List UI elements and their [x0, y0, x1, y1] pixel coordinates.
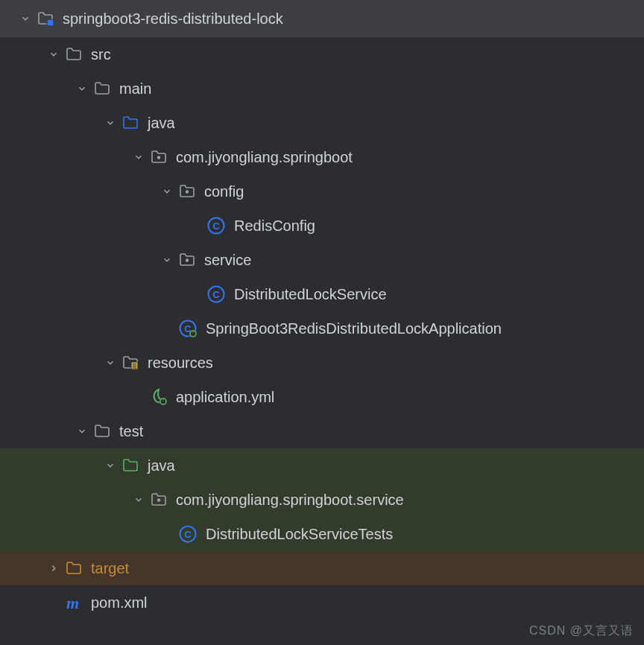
svg-rect-0 [47, 19, 54, 26]
tree-row-root[interactable]: springboot3-redis-distributed-lock [0, 0, 644, 37]
tree-label: java [148, 448, 175, 483]
project-tree: springboot3-redis-distributed-lock srcma… [0, 0, 644, 620]
class-icon: C [177, 524, 198, 544]
folder-icon [92, 79, 112, 98]
tree-row[interactable]: CDistributedLockService [0, 277, 644, 311]
chevron-down-icon[interactable] [100, 118, 121, 128]
tree-label: springboot3-redis-distributed-lock [63, 1, 283, 36]
tree-row[interactable]: com.jiyongliang.springboot.service [0, 483, 644, 517]
tree-label: DistributedLockService [234, 277, 387, 311]
spring-config-icon [149, 387, 168, 407]
tree-row[interactable]: CRedisConfig [0, 209, 644, 243]
tree-row[interactable]: java [0, 448, 644, 483]
class-icon: C [206, 215, 227, 236]
tree-row[interactable]: target [0, 551, 644, 585]
folder-orange-icon [64, 559, 83, 578]
tree-label: service [204, 243, 251, 277]
tree-label: main [119, 72, 151, 106]
maven-icon: m [64, 593, 83, 612]
class-runnable-icon: C [177, 318, 198, 339]
tree-row[interactable]: CDistributedLockServiceTests [0, 517, 644, 551]
tree-label: resources [148, 346, 213, 380]
folder-icon [64, 45, 83, 64]
chevron-down-icon[interactable] [15, 13, 36, 24]
chevron-down-icon[interactable] [157, 186, 177, 197]
module-folder-icon [36, 9, 55, 28]
tree-row[interactable]: CSpringBoot3RedisDistributedLockApplicat… [0, 311, 644, 346]
folder-resources-icon [121, 353, 140, 372]
svg-point-20 [157, 498, 160, 501]
svg-text:C: C [212, 289, 220, 300]
chevron-right-icon[interactable] [43, 563, 64, 573]
class-icon: C [206, 284, 227, 305]
svg-point-1 [157, 156, 160, 159]
folder-icon [92, 422, 112, 441]
tree-label: SpringBoot3RedisDistributedLockApplicati… [206, 311, 502, 346]
tree-row[interactable]: src [0, 37, 644, 72]
svg-point-5 [186, 258, 189, 261]
tree-row[interactable]: main [0, 72, 644, 106]
package-icon [177, 182, 197, 201]
tree-row[interactable]: test [0, 414, 644, 448]
tree-row[interactable]: resources [0, 346, 644, 380]
chevron-down-icon[interactable] [157, 255, 177, 265]
svg-text:C: C [184, 529, 192, 540]
chevron-down-icon[interactable] [100, 358, 121, 368]
package-icon [177, 250, 197, 270]
tree-label: test [119, 414, 143, 448]
svg-point-2 [186, 190, 189, 193]
chevron-down-icon[interactable] [72, 83, 92, 94]
tree-row[interactable]: service [0, 243, 644, 277]
chevron-down-icon[interactable] [72, 426, 92, 436]
tree-label: target [91, 551, 129, 585]
tree-label: DistributedLockServiceTests [206, 517, 393, 551]
chevron-down-icon[interactable] [128, 152, 149, 162]
tree-label: config [204, 174, 244, 209]
svg-text:C: C [212, 220, 220, 232]
tree-row[interactable]: mpom.xml [0, 585, 644, 620]
chevron-down-icon[interactable] [128, 495, 149, 505]
tree-label: pom.xml [91, 585, 148, 620]
package-icon [149, 490, 168, 509]
tree-label: src [91, 37, 111, 72]
tree-label: com.jiyongliang.springboot.service [176, 483, 404, 517]
tree-label: application.yml [176, 380, 274, 414]
tree-label: java [148, 106, 175, 140]
tree-row[interactable]: com.jiyongliang.springboot [0, 140, 644, 174]
chevron-down-icon[interactable] [43, 49, 64, 60]
folder-test-icon [121, 456, 140, 475]
tree-row[interactable]: config [0, 174, 644, 209]
tree-label: RedisConfig [234, 209, 315, 243]
folder-source-icon [121, 113, 140, 133]
watermark: CSDN @又言又语 [529, 623, 634, 639]
tree-label: com.jiyongliang.springboot [176, 140, 353, 174]
svg-text:m: m [66, 594, 79, 612]
chevron-down-icon[interactable] [100, 460, 121, 471]
tree-row[interactable]: application.yml [0, 380, 644, 414]
tree-row[interactable]: java [0, 106, 644, 140]
package-icon [149, 147, 168, 167]
